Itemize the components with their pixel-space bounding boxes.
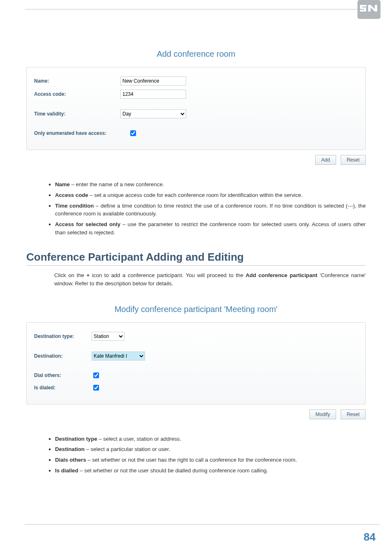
footer-rule [25, 524, 380, 525]
heading-rule [26, 265, 366, 266]
reset-button[interactable]: Reset [341, 155, 366, 165]
modify-participant-panel: Destination type: Station Destination: K… [26, 322, 366, 405]
name-input[interactable] [120, 76, 186, 86]
modify-button[interactable]: Modify [309, 409, 336, 419]
bullet-text: – enter the name of a new conference. [70, 181, 164, 187]
list-item: Access for selected only – use the param… [55, 220, 366, 237]
bullet-text: – select a particular station or user. [85, 446, 170, 452]
modify-participant-caption: Modify conference participant 'Meeting r… [26, 305, 366, 314]
bullet-strong: Destination [55, 446, 85, 452]
bullet-strong: Destination type [55, 436, 97, 442]
dial-others-label: Dial others: [34, 372, 92, 378]
intro-paragraph: Click on the + icon to add a conference … [54, 271, 366, 288]
bullet-text: – set whether or not the user should be … [78, 467, 268, 474]
is-dialed-label: Is dialed: [34, 385, 92, 391]
is-dialed-checkbox[interactable] [93, 385, 99, 391]
list-item: Destination – select a particular statio… [55, 445, 366, 453]
bullet-text: – set a unique access code for each conf… [88, 192, 303, 198]
bullet-strong: Access code [55, 192, 88, 198]
only-enumerated-checkbox[interactable] [130, 130, 136, 136]
only-enumerated-label: Only enumerated have access: [34, 130, 129, 136]
dial-others-checkbox[interactable] [93, 372, 99, 378]
time-validity-select[interactable]: Day [120, 109, 186, 118]
bullet-strong: Is dialled [55, 467, 78, 474]
list-item: Time condition – define a time condition… [55, 202, 366, 218]
add-conference-panel: Name: Access code: Time validity: Day On… [26, 67, 366, 150]
add-conference-caption: Add conference room [26, 49, 366, 59]
list-item: Name – enter the name of a new conferenc… [55, 180, 366, 189]
list-item: Is dialled – set whether or not the user… [55, 467, 366, 475]
list-item: Access code – set a unique access code f… [55, 191, 366, 199]
list-item: Dials others – set whether or not the us… [55, 456, 366, 464]
reset-button-2[interactable]: Reset [341, 409, 366, 419]
bullet-strong: Dials others [55, 457, 86, 463]
bullet-text: – define a time condition to time restri… [55, 203, 366, 217]
bullet-text: – select a user, station or address. [97, 436, 182, 442]
bullet-text: – set whether or not the user has the ri… [86, 457, 297, 463]
access-code-input[interactable] [120, 90, 186, 99]
add-conf-bullets: Name – enter the name of a new conferenc… [26, 180, 366, 237]
intro-strong: Add conference participant [246, 272, 318, 278]
modify-bullets: Destination type – select a user, statio… [26, 435, 366, 475]
bullet-strong: Time condition [55, 203, 94, 209]
intro-text: icon to add a conference participant. Yo… [90, 272, 245, 278]
modify-button-bar: Modify Reset [26, 409, 366, 419]
add-button[interactable]: Add [315, 155, 336, 165]
bullet-strong: Name [55, 181, 70, 187]
add-conf-button-bar: Add Reset [26, 155, 366, 165]
list-item: Destination type – select a user, statio… [55, 435, 366, 443]
destination-label: Destination: [34, 353, 92, 359]
header-rule [25, 9, 380, 9]
time-validity-label: Time validity: [34, 111, 120, 117]
brand-logo [357, 0, 380, 19]
bullet-strong: Access for selected only [55, 221, 120, 227]
destination-type-select[interactable]: Station [92, 332, 125, 341]
page-number: 84 [364, 531, 376, 543]
access-code-label: Access code: [34, 91, 120, 97]
section-heading: Conference Participant Adding and Editin… [26, 251, 366, 264]
name-label: Name: [34, 78, 120, 84]
destination-select[interactable]: Kate Manfredi I [92, 352, 145, 361]
destination-type-label: Destination type: [34, 333, 92, 339]
intro-text: Click on the [54, 272, 87, 278]
